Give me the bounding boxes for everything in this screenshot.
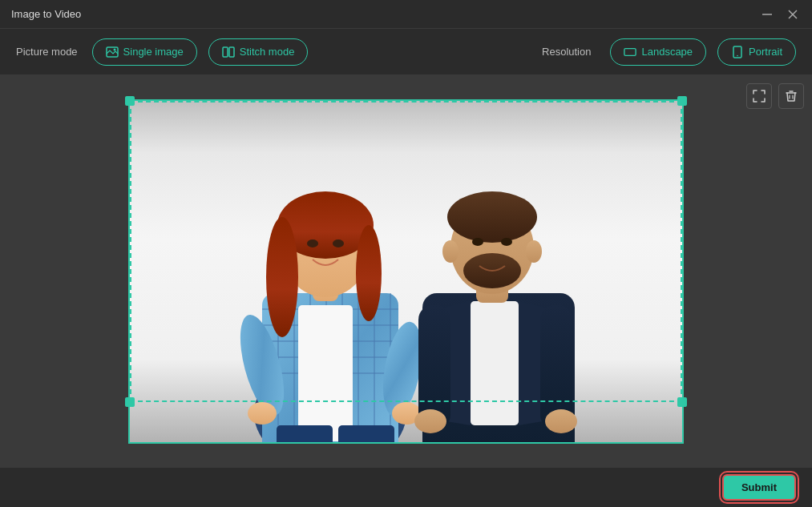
title-bar-controls [759,6,801,22]
title-bar: Image to Video [0,0,812,29]
handle-bottom-left[interactable] [125,397,135,407]
svg-point-34 [307,239,318,247]
svg-rect-26 [298,305,353,441]
picture-mode-label: Picture mode [16,46,78,58]
svg-point-35 [333,239,344,247]
svg-point-48 [414,409,446,433]
svg-rect-5 [223,47,228,57]
svg-point-54 [472,238,483,246]
svg-point-32 [266,217,298,337]
handle-top-right[interactable] [677,96,687,106]
canvas-area [0,75,812,467]
svg-rect-6 [229,47,234,57]
svg-point-4 [113,48,115,50]
portrait-button[interactable]: Portrait [717,38,796,66]
photo-display [130,101,682,442]
svg-point-9 [737,54,738,56]
svg-point-55 [501,238,512,246]
stitch-mode-label: Stitch mode [240,46,295,58]
single-image-button[interactable]: Single image [92,38,197,66]
svg-rect-38 [277,425,333,442]
svg-rect-39 [338,425,394,442]
svg-point-57 [526,240,542,263]
svg-point-56 [442,240,459,263]
svg-point-52 [447,191,537,243]
portrait-label: Portrait [749,46,782,58]
bottom-bar: Submit [0,467,812,507]
single-image-icon [106,46,119,58]
expand-button[interactable] [746,83,772,109]
stitch-mode-button[interactable]: Stitch mode [208,38,309,66]
submit-button[interactable]: Submit [722,474,796,501]
image-container[interactable] [128,99,684,444]
landscape-label: Landscape [641,46,693,58]
svg-point-36 [248,402,277,425]
svg-rect-43 [471,301,519,425]
single-image-label: Single image [123,46,184,58]
svg-rect-7 [624,48,636,55]
toolbar: Picture mode Single image Stitch mode Re… [0,29,812,75]
close-button[interactable] [785,6,801,22]
handle-top-left[interactable] [125,96,135,106]
minimize-button[interactable] [759,6,775,22]
svg-point-33 [356,225,382,321]
landscape-icon [624,46,636,58]
svg-point-49 [545,409,577,433]
resolution-label: Resolution [542,46,591,58]
delete-button[interactable] [778,83,804,109]
canvas-toolbar [746,83,804,109]
stitch-mode-icon [222,46,235,58]
window-title: Image to Video [11,8,81,20]
landscape-button[interactable]: Landscape [610,38,706,66]
handle-bottom-right[interactable] [677,397,687,407]
portrait-icon [731,46,744,58]
